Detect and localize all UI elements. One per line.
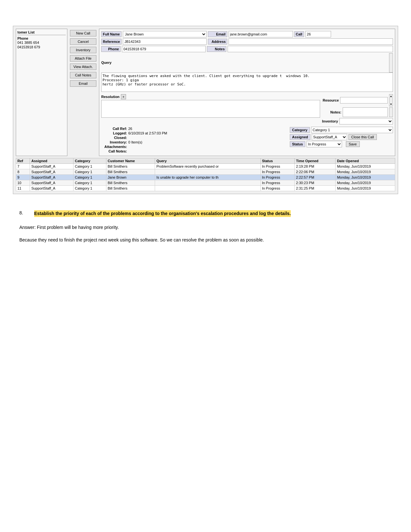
notes-scrollbar[interactable] bbox=[389, 107, 393, 117]
notes-field-row: Notes: bbox=[322, 107, 393, 117]
table-cell-6: 2:19:28 PM bbox=[295, 164, 336, 169]
info-left: Call Ref: 26 Logged: 6/10/2019 at 2:57:0… bbox=[101, 127, 287, 154]
table-cell-4 bbox=[155, 169, 260, 175]
panel-title: tomer List bbox=[17, 30, 66, 35]
assigned-select[interactable]: SupportStaff_A bbox=[312, 134, 347, 140]
closed-key: Closed: bbox=[101, 136, 127, 140]
table-cell-3: Bill Smithers bbox=[106, 180, 155, 186]
info-right: Category Category 1 Assigned SupportStaf… bbox=[290, 127, 393, 154]
table-cell-6: 2:30:23 PM bbox=[295, 180, 336, 186]
table-cell-5: In Progress bbox=[260, 169, 295, 175]
status-row: Status In Progress Save bbox=[290, 141, 393, 147]
table-row[interactable]: 10SupportStaff_ACategory 1Bill SmithersI… bbox=[16, 180, 395, 186]
query-label: Query bbox=[101, 61, 112, 64]
answer-section: Answer: First problem will be having mor… bbox=[19, 223, 392, 244]
resource-field: Resource ▲ ▼ bbox=[322, 94, 393, 106]
table-cell-0: 7 bbox=[16, 164, 30, 169]
resolution-resource-section: Resolution + Resource ▲ ▼ bbox=[101, 94, 393, 125]
email-label: Email bbox=[208, 31, 227, 37]
inventory-button[interactable]: Inventory bbox=[70, 47, 96, 53]
status-select[interactable]: In Progress bbox=[307, 141, 342, 147]
question-row: 8. Establish the priority of each of the… bbox=[19, 210, 392, 217]
inventory-info-val: 0 Item(s) bbox=[128, 140, 287, 144]
answer-line2: Because they need to finish the project … bbox=[19, 236, 392, 244]
call-ref-key: Call Ref: bbox=[101, 127, 127, 131]
inventory-info-key: Inventory: bbox=[101, 140, 127, 144]
save-button[interactable]: Save bbox=[346, 141, 360, 147]
table-cell-0: 10 bbox=[16, 180, 30, 186]
full-name-select[interactable]: Jane Brown bbox=[123, 31, 207, 37]
phone-label: Phone bbox=[101, 46, 121, 52]
resolution-col: Resolution + bbox=[101, 94, 320, 125]
resolution-textarea[interactable] bbox=[101, 100, 320, 118]
table-cell-4: Is unable to upgrade her computer to th bbox=[155, 175, 260, 180]
col-query: Query bbox=[155, 158, 260, 164]
logged-val: 6/10/2019 at 2:57:03 PM bbox=[128, 131, 287, 135]
resource-input[interactable] bbox=[340, 97, 388, 103]
table-cell-5: In Progress bbox=[260, 175, 295, 180]
col-customer: Customer Name bbox=[106, 158, 155, 164]
status-label-btn[interactable]: Status bbox=[290, 141, 305, 147]
table-cell-0: 11 bbox=[16, 186, 30, 191]
table-cell-5: In Progress bbox=[260, 180, 295, 186]
assigned-row: Assigned SupportStaff_A Close this Call bbox=[290, 134, 393, 140]
cancel-button[interactable]: Cancel bbox=[70, 38, 96, 45]
inventory-info-row: Inventory: 0 Item(s) bbox=[101, 140, 287, 144]
category-label-btn[interactable]: Category bbox=[290, 127, 310, 133]
table-cell-1: SupportStaff_A bbox=[30, 169, 73, 175]
full-name-label: Full Name bbox=[101, 31, 122, 37]
reference-input[interactable]: JB142343 bbox=[123, 38, 207, 45]
phone-item-1[interactable]: 041 3885 654 bbox=[17, 40, 66, 45]
row-fullname: Full Name Jane Brown Email jane.brown@gm… bbox=[101, 31, 393, 37]
resolution-plus-btn[interactable]: + bbox=[121, 94, 126, 99]
question-section: 8. Establish the priority of each of the… bbox=[19, 210, 392, 217]
table-cell-3: Bill Smithers bbox=[106, 164, 155, 169]
row-phone: Phone 04153918 679 Notes bbox=[101, 46, 393, 52]
answer-line1: Answer: First problem will be having mor… bbox=[19, 223, 392, 232]
call-notes-button[interactable]: Call Notes bbox=[70, 72, 96, 78]
attach-file-button[interactable]: Attach File bbox=[70, 55, 96, 62]
table-cell-2: Category 1 bbox=[73, 180, 106, 186]
query-scrollbar[interactable] bbox=[389, 53, 393, 73]
notes-field-textarea[interactable] bbox=[343, 107, 388, 117]
reference-label: Reference bbox=[101, 39, 122, 44]
table-cell-0: 8 bbox=[16, 169, 30, 175]
table-cell-5: In Progress bbox=[260, 164, 295, 169]
table-row[interactable]: 8SupportStaff_ACategory 1Bill SmithersIn… bbox=[16, 169, 395, 175]
table-row[interactable]: 7SupportStaff_ACategory 1Bill SmithersPr… bbox=[16, 164, 395, 169]
table-cell-0: 9 bbox=[16, 175, 30, 180]
close-call-button[interactable]: Close this Call bbox=[348, 134, 377, 140]
query-textarea[interactable]: The flowing questions were asked with th… bbox=[101, 73, 393, 92]
call-input[interactable]: 26 bbox=[305, 31, 331, 37]
table-header-row: Ref Assigned Category Customer Name Quer… bbox=[16, 158, 395, 164]
address-label: Address bbox=[208, 39, 227, 44]
table-row[interactable]: 9SupportStaff_ACategory 1Jane BrownIs un… bbox=[16, 175, 395, 180]
email-button[interactable]: Email bbox=[70, 80, 96, 87]
new-call-button[interactable]: New Call bbox=[70, 30, 96, 36]
table-cell-7: Monday, Jun/10/2019 bbox=[336, 175, 395, 180]
resource-scrollbar[interactable]: ▲ ▼ bbox=[389, 94, 393, 106]
app-window: tomer List Phone 041 3885 654 04153918 6… bbox=[13, 26, 398, 194]
inventory-field-row: Inventory bbox=[322, 118, 393, 124]
table-cell-2: Category 1 bbox=[73, 164, 106, 169]
table-row[interactable]: 11SupportStaff_ACategory 1Bill SmithersI… bbox=[16, 186, 395, 191]
inventory-select[interactable] bbox=[339, 118, 393, 124]
category-select[interactable]: Category 1 bbox=[311, 127, 393, 133]
info-grid: Call Ref: 26 Logged: 6/10/2019 at 2:57:0… bbox=[101, 127, 393, 154]
row-reference: Reference JB142343 Address bbox=[101, 38, 393, 45]
inventory-label: Inventory bbox=[322, 119, 338, 123]
address-input[interactable] bbox=[229, 38, 393, 45]
notes-input[interactable] bbox=[228, 46, 393, 52]
table-cell-7: Monday, Jun/10/2019 bbox=[336, 180, 395, 186]
phone-item-2[interactable]: 04153918 679 bbox=[17, 45, 66, 49]
attachments-key: Attachments: bbox=[101, 145, 127, 149]
notes-label: Notes bbox=[207, 46, 226, 52]
table-cell-1: SupportStaff_A bbox=[30, 186, 73, 191]
assigned-label-btn[interactable]: Assigned bbox=[290, 134, 310, 140]
table-cell-1: SupportStaff_A bbox=[30, 175, 73, 180]
phone-input[interactable]: 04153918 679 bbox=[122, 46, 206, 52]
table-cell-2: Category 1 bbox=[73, 175, 106, 180]
email-input[interactable]: jane.brown@gmail.com bbox=[229, 31, 293, 37]
view-attach-button[interactable]: View Attach. bbox=[70, 64, 96, 70]
table-cell-2: Category 1 bbox=[73, 186, 106, 191]
